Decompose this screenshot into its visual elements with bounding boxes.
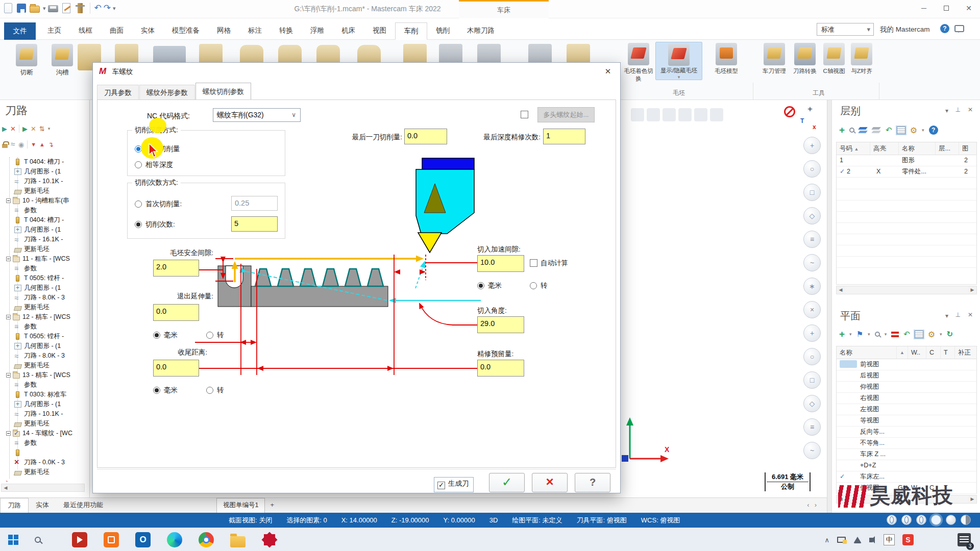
panel-splitter[interactable] [827, 100, 831, 513]
tree-item[interactable]: 几何图形 - (1 [0, 283, 86, 293]
display-options-icon[interactable] [897, 127, 905, 134]
equal-depth-radio[interactable]: 相等深度 [135, 160, 173, 169]
ime-icon[interactable]: 中 [884, 534, 895, 545]
expand-box[interactable] [6, 198, 11, 203]
follow-rules-icon[interactable] [891, 332, 899, 337]
ribbon-tab[interactable]: 模型准备 [163, 22, 208, 40]
ribbon-tab[interactable]: 曲面 [101, 22, 132, 40]
new-file-icon[interactable] [4, 3, 12, 13]
tab-file[interactable]: 文件 [4, 22, 36, 40]
multi-start-button[interactable]: 多头螺纹起始... [537, 107, 595, 122]
status-item[interactable]: 截面视图: 关闭 [229, 516, 272, 525]
move-up-icon[interactable]: ▲ [39, 141, 45, 147]
exit-extension-field[interactable]: 0.0 [153, 304, 199, 321]
expand-box[interactable] [6, 257, 11, 261]
view-toolbar-button[interactable]: ◇ [803, 207, 821, 224]
ribbon-tab[interactable]: 标注 [239, 22, 271, 40]
ribbon-tab[interactable]: 主页 [39, 22, 70, 40]
style-combo[interactable]: 标准 [817, 23, 874, 36]
col-levelset[interactable]: 层... [936, 142, 959, 155]
ghost-icon[interactable]: ◉ [18, 141, 24, 148]
gview-sphere-icon[interactable] [887, 515, 897, 525]
pin-icon[interactable]: ⊥ [955, 311, 961, 318]
accel-mm-radio[interactable]: 毫米 [477, 281, 502, 290]
plane-row[interactable]: 后视图 [837, 370, 976, 382]
regen-selected-icon[interactable]: ▶ [22, 125, 28, 133]
entry-angle-field[interactable]: 29.0 [477, 316, 524, 333]
scroll-right-icon[interactable]: ▶ [968, 286, 976, 293]
finish-allowance-field[interactable]: 0.0 [477, 360, 524, 377]
machine-context-tab[interactable]: 车床 [459, 0, 549, 18]
ribbon-item-stock-shading[interactable]: 毛坯着色切换 [624, 43, 653, 83]
tree-hscrollbar[interactable]: ◀ [1, 484, 85, 492]
col-sort[interactable]: ▲ [897, 346, 908, 359]
taskbar-app-file-explorer[interactable] [230, 532, 246, 548]
view-tool-icon[interactable] [710, 108, 723, 121]
find-plane-icon[interactable] [875, 332, 880, 337]
wifi-icon[interactable] [853, 537, 862, 543]
plane-row[interactable]: 车床左... [837, 471, 976, 483]
cycle-icon[interactable]: ⇅ [39, 125, 45, 133]
ribbon-tab[interactable]: 网格 [208, 22, 239, 40]
plane-row[interactable]: 不等角... [837, 438, 976, 449]
find-level-icon[interactable] [849, 128, 854, 133]
col-name[interactable]: 名称 [899, 142, 936, 155]
gview-sphere-icon[interactable] [946, 515, 956, 525]
start-button[interactable] [5, 532, 21, 548]
level-row[interactable]: 1 图形 2 [837, 155, 976, 166]
insert-arrow-icon[interactable]: ↴ [48, 141, 54, 148]
tree-item[interactable]: 参数 [0, 322, 86, 332]
panel-menu-icon[interactable]: ▾ [945, 312, 948, 319]
status-item[interactable]: 3D [489, 516, 498, 524]
sogou-icon[interactable]: S [902, 534, 914, 545]
help-icon[interactable] [929, 126, 938, 135]
ribbon-tab[interactable]: 转换 [271, 22, 302, 40]
tree-item[interactable]: 参数 [0, 380, 86, 390]
tree-item[interactable]: 刀路 - 16.1K - [0, 235, 86, 244]
print-icon[interactable] [48, 5, 58, 12]
view-toolbar-button[interactable]: ~ [803, 442, 821, 459]
scroll-right-icon[interactable]: ▶ [968, 495, 976, 503]
close-panel-icon[interactable]: ✕ [968, 106, 973, 113]
ribbon-item-cutoff[interactable]: 切断 [13, 44, 40, 77]
generate-toolpath-checkbox[interactable]: 生成刀 [434, 477, 474, 492]
cut-count-field[interactable]: 5 [231, 216, 278, 232]
view-tool-icon[interactable] [694, 108, 707, 121]
exit-rev-radio[interactable]: 转 [206, 331, 224, 340]
add-level-icon[interactable]: + [839, 124, 845, 136]
qat-more-icon[interactable]: ▾ [113, 2, 116, 14]
col-entities[interactable]: 图 [959, 142, 976, 155]
lead-out-field[interactable]: 0.0 [153, 360, 199, 377]
status-item[interactable]: 绘图平面: 未定义 [512, 516, 562, 525]
first-cut-field[interactable]: 0.25 [231, 196, 278, 211]
plane-row[interactable]: 前视图 [837, 359, 976, 370]
tree-item[interactable]: 更新毛坯 [0, 244, 86, 254]
view-toolbar-button[interactable]: ≡ [803, 418, 821, 436]
restore-levels-icon[interactable]: ↶ [886, 126, 892, 135]
tree-item[interactable]: 更新毛坯 [0, 186, 86, 196]
display-warning-icon[interactable] [837, 537, 846, 543]
volume-icon[interactable] [869, 538, 873, 542]
level-row[interactable]: 2 X 零件处... 2 [837, 166, 976, 178]
dialog-help-button[interactable]: ? [575, 473, 610, 492]
gview-sphere-icon[interactable] [931, 515, 941, 525]
ribbon-item-toolpath-transform[interactable]: 刀路转换 [790, 43, 820, 75]
chevron-down-icon[interactable]: ▾ [922, 128, 924, 133]
gview-sphere-icon[interactable] [901, 515, 912, 525]
plane-row[interactable]: 等视图 [837, 415, 976, 427]
nc-format-combo[interactable]: 螺纹车削(G32) [213, 108, 301, 122]
redo-icon[interactable]: ↷ [104, 2, 111, 14]
tree-item[interactable]: 刀路 - 8.0K - 3 [0, 293, 86, 303]
accel-rev-radio[interactable]: 转 [530, 281, 548, 290]
auto-calc-checkbox[interactable]: 自动计算 [530, 259, 568, 268]
ribbon-item-c-axis[interactable]: C轴视图 [821, 43, 847, 75]
hide-layers-icon[interactable] [872, 127, 881, 134]
ok-button[interactable]: ✓ [489, 473, 525, 492]
taskbar-search-icon[interactable] [30, 532, 46, 548]
open-dropdown-icon[interactable]: ▾ [43, 2, 46, 14]
tree-item[interactable]: 12 - 精车 - [WCS [0, 312, 86, 322]
tree-item[interactable]: T 0404: 槽刀 - [0, 215, 86, 225]
viewsheet-nav-arrows[interactable]: ‹› [807, 501, 822, 509]
finish-passes-field[interactable]: 1 [543, 129, 585, 144]
visible-check-icon[interactable] [840, 168, 845, 175]
